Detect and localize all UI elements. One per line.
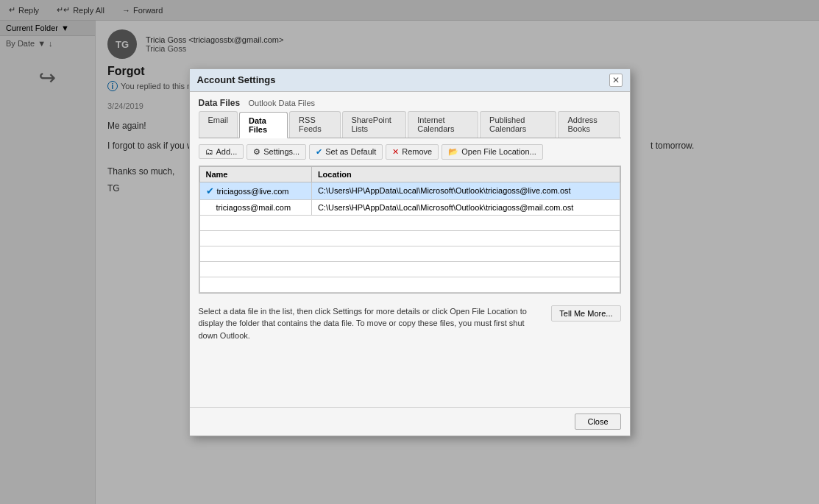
tab-data-files[interactable]: Data Files bbox=[239, 112, 288, 138]
modal-breadcrumb: Data Files Outlook Data Files bbox=[190, 92, 630, 111]
account-settings-modal: Account Settings ✕ Data Files Outlook Da… bbox=[189, 68, 631, 436]
data-files-table: Name Location ✔triciagoss@live.com C:\Us… bbox=[199, 166, 620, 293]
col-header-location: Location bbox=[311, 166, 620, 182]
table-row-empty bbox=[199, 277, 620, 292]
close-button[interactable]: Close bbox=[575, 414, 620, 430]
open-location-button[interactable]: 📂 Open File Location... bbox=[442, 144, 543, 160]
modal-overlay: Account Settings ✕ Data Files Outlook Da… bbox=[0, 0, 819, 504]
settings-button[interactable]: ⚙ Settings... bbox=[247, 144, 306, 160]
tab-address-books[interactable]: Address Books bbox=[558, 111, 619, 138]
add-icon: 🗂 bbox=[205, 147, 213, 156]
add-button[interactable]: 🗂 Add... bbox=[199, 144, 244, 159]
tabs-bar: Email Data Files RSS Feeds SharePoint Li… bbox=[199, 111, 621, 138]
table-row-empty bbox=[199, 215, 620, 230]
file-location-cell: C:\Users\HP\AppData\Local\Microsoft\Outl… bbox=[311, 182, 620, 199]
action-row: 🗂 Add... ⚙ Settings... ✔ Set as Default … bbox=[199, 144, 621, 160]
modal-title: Account Settings bbox=[197, 74, 276, 85]
modal-footer: Close bbox=[190, 407, 630, 436]
data-files-table-wrapper: Name Location ✔triciagoss@live.com C:\Us… bbox=[199, 166, 621, 294]
remove-icon: ✕ bbox=[392, 147, 399, 157]
breadcrumb-title: Data Files bbox=[199, 98, 241, 108]
file-location-cell: C:\Users\HP\AppData\Local\Microsoft\Outl… bbox=[311, 199, 620, 215]
default-check-icon: ✔ bbox=[206, 185, 214, 196]
breadcrumb-sub: Outlook Data Files bbox=[249, 99, 315, 107]
info-text: Select a data file in the list, then cli… bbox=[199, 305, 546, 342]
tab-rss-feeds[interactable]: RSS Feeds bbox=[289, 111, 340, 138]
modal-body: Email Data Files RSS Feeds SharePoint Li… bbox=[190, 111, 630, 407]
table-row[interactable]: triciagoss@mail.com C:\Users\HP\AppData\… bbox=[199, 199, 620, 215]
table-row-empty bbox=[199, 246, 620, 261]
col-header-name: Name bbox=[199, 166, 311, 182]
info-section: Select a data file in the list, then cli… bbox=[199, 305, 621, 342]
table-row-empty bbox=[199, 261, 620, 277]
check-icon: ✔ bbox=[316, 147, 322, 157]
tell-me-more-button[interactable]: Tell Me More... bbox=[551, 305, 620, 322]
file-name-cell: ✔triciagoss@live.com bbox=[199, 182, 311, 199]
tab-sharepoint-lists[interactable]: SharePoint Lists bbox=[342, 111, 407, 138]
table-row-empty bbox=[199, 230, 620, 246]
table-row[interactable]: ✔triciagoss@live.com C:\Users\HP\AppData… bbox=[199, 182, 620, 199]
settings-icon: ⚙ bbox=[253, 147, 260, 157]
file-name-cell: triciagoss@mail.com bbox=[199, 199, 311, 215]
tab-internet-calendars[interactable]: Internet Calendars bbox=[408, 111, 478, 138]
set-default-button[interactable]: ✔ Set as Default bbox=[309, 144, 383, 160]
tab-email[interactable]: Email bbox=[199, 111, 238, 138]
remove-button[interactable]: ✕ Remove bbox=[386, 144, 439, 160]
folder-open-icon: 📂 bbox=[448, 147, 458, 157]
modal-titlebar: Account Settings ✕ bbox=[190, 69, 630, 92]
modal-close-button[interactable]: ✕ bbox=[609, 74, 623, 87]
tab-published-calendars[interactable]: Published Calendars bbox=[480, 111, 556, 138]
